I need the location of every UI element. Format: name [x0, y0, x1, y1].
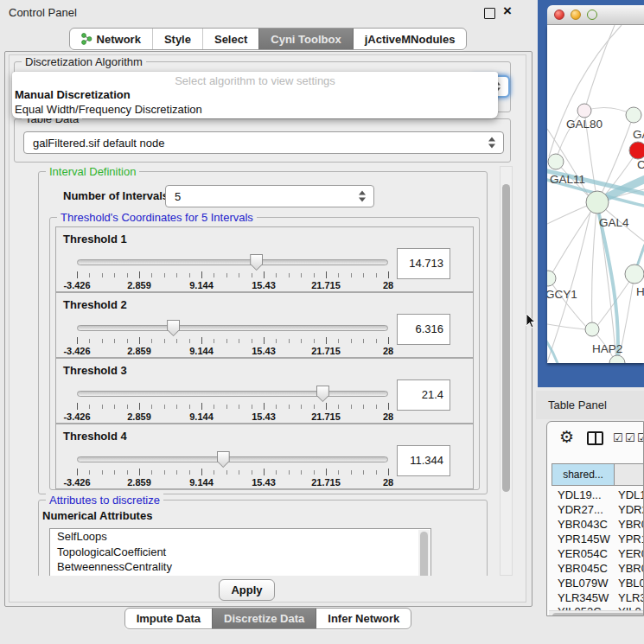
table-data-combobox[interactable]: galFiltered.sif default node: [23, 131, 504, 154]
table-cell[interactable]: YDR27...: [558, 503, 603, 516]
node-label: GAL4: [599, 216, 629, 229]
node-gal4[interactable]: [586, 191, 609, 214]
slider-thumb[interactable]: [167, 320, 180, 336]
node-label: HAP2: [592, 342, 622, 355]
slider-thumb[interactable]: [217, 451, 230, 468]
select-all-columns-icon[interactable]: ☑: [625, 433, 635, 443]
network-icon: [81, 33, 92, 45]
node-label: GCY1: [547, 288, 577, 301]
threshold-4-value-field[interactable]: 11.344: [397, 445, 450, 476]
tick-label: 28: [383, 477, 393, 488]
table-cell[interactable]: YDR2: [618, 503, 644, 516]
gear-icon[interactable]: ⚙: [559, 427, 574, 446]
tab-cyni-toolbox[interactable]: Cyni Toolbox: [258, 29, 352, 49]
number-of-intervals-combobox[interactable]: 5: [165, 185, 374, 207]
tick-label: 21.715: [311, 411, 341, 422]
slider-thumb[interactable]: [250, 254, 263, 271]
table-cell[interactable]: YBL079W: [558, 577, 609, 590]
slider-track[interactable]: [77, 456, 388, 462]
table-horizontal-scrollbar[interactable]: [549, 610, 643, 616]
tick-label: 9.144: [189, 411, 214, 422]
node-label-clipped: GA: [633, 128, 644, 141]
apply-button[interactable]: Apply: [219, 579, 275, 601]
threshold-2-value-field[interactable]: 6.316: [397, 314, 450, 345]
close-traffic-light-icon[interactable]: [554, 10, 564, 20]
node-top-right[interactable]: [626, 107, 641, 123]
threshold-3-value-field[interactable]: 21.4: [397, 379, 450, 411]
dropdown-option-equal-width[interactable]: Equal Width/Frequency Discretization: [15, 103, 202, 116]
scrollbar-thumb[interactable]: [552, 613, 644, 616]
settings-scroll-viewport: Interval Definition Number of Intervals …: [10, 166, 499, 576]
list-scrollbar[interactable]: [418, 530, 430, 576]
table-cell[interactable]: YLR345W: [558, 591, 609, 604]
list-item[interactable]: SelfLoops: [50, 529, 430, 545]
tab-discretize-data[interactable]: Discretize Data: [212, 609, 316, 628]
table-cell[interactable]: YDL19...: [558, 488, 602, 501]
minimize-traffic-light-icon[interactable]: [571, 10, 581, 20]
threshold-1-value-field[interactable]: 14.713: [397, 248, 450, 279]
column-header-name[interactable]: na: [614, 463, 644, 486]
slider-track[interactable]: [77, 391, 388, 397]
list-item[interactable]: TopologicalCoefficient: [50, 545, 430, 560]
tab-network[interactable]: Network: [70, 29, 152, 49]
settings-scrollbar[interactable]: [500, 166, 513, 576]
table-cell[interactable]: YLR3: [618, 591, 644, 604]
network-canvas[interactable]: GAL80 GAL11 GAL4 GCY1 HAP2 GA C H: [547, 25, 644, 363]
slider-minor-ticks: [77, 339, 389, 343]
tab-select[interactable]: Select: [202, 29, 258, 49]
table-cell[interactable]: YBL0: [618, 577, 644, 590]
node-h[interactable]: [625, 265, 644, 284]
table-cell[interactable]: YER054C: [558, 547, 608, 560]
scrollbar-thumb[interactable]: [502, 184, 510, 492]
network-graph: GAL80 GAL11 GAL4 GCY1 HAP2 GA C H: [547, 25, 644, 363]
tick-label: 15.43: [252, 280, 276, 290]
checkbox-icon[interactable]: ☑: [637, 433, 644, 443]
tick-label: -3.426: [63, 280, 90, 290]
tick-label: 15.43: [252, 477, 276, 488]
node-hap2[interactable]: [585, 322, 599, 336]
threshold-1-slider[interactable]: -3.426 2.859 9.144 15.43 21.715 28: [77, 255, 388, 291]
tab-infer-network[interactable]: Infer Network: [316, 609, 411, 628]
list-item[interactable]: BetweennessCentrality: [50, 559, 430, 575]
slider-track[interactable]: [77, 325, 388, 331]
node-gcy1[interactable]: [547, 271, 556, 286]
float-window-icon[interactable]: [484, 8, 495, 19]
node-bottom[interactable]: [609, 355, 625, 363]
node-gal11[interactable]: [548, 154, 564, 169]
table-cell[interactable]: YDL1: [618, 488, 644, 501]
slider-track[interactable]: [77, 259, 388, 265]
threshold-4-label: Threshold 4: [63, 430, 127, 443]
node-label-clipped: H: [636, 285, 644, 298]
table-cell[interactable]: YBR045C: [558, 562, 608, 575]
numerical-attributes-list[interactable]: SelfLoops TopologicalCoefficient Between…: [49, 528, 431, 576]
zoom-traffic-light-icon[interactable]: [587, 10, 597, 20]
node-gal80[interactable]: [577, 104, 591, 118]
column-header-shared[interactable]: shared...: [552, 463, 615, 486]
table-panel-header: Table Panel: [536, 391, 644, 419]
slider-thumb[interactable]: [316, 386, 329, 402]
dropdown-option-manual[interactable]: Manual Discretization: [15, 88, 131, 101]
table-cell[interactable]: YBR0: [618, 518, 644, 531]
tab-impute-data[interactable]: Impute Data: [125, 609, 212, 628]
threshold-coordinates-group: Threshold's Coordinates for 5 Intervals …: [49, 217, 480, 490]
table-cell[interactable]: YPR1: [618, 532, 644, 545]
table-cell[interactable]: YER0: [618, 547, 644, 560]
threshold-3-slider[interactable]: -3.426 2.859 9.144 15.43 21.715 28: [77, 386, 388, 423]
close-icon[interactable]: ×: [503, 3, 512, 20]
tab-jactivemodules[interactable]: jActiveMNodules: [353, 29, 467, 49]
split-view-icon[interactable]: [587, 431, 603, 445]
threshold-coordinates-group-label: Threshold's Coordinates for 5 Intervals: [57, 211, 257, 224]
threshold-4-slider[interactable]: -3.426 2.859 9.144 15.43 21.715 28: [77, 452, 388, 488]
threshold-2-panel: Threshold 2 -3.426 2.859 9.144 15.43 21.…: [55, 292, 474, 358]
mouse-cursor: [526, 313, 537, 329]
threshold-2-slider[interactable]: -3.426 2.859 9.144 15.43 21.715 28: [77, 321, 388, 357]
table-cell[interactable]: YPR145W: [558, 532, 610, 545]
select-columns-icon[interactable]: ☑: [613, 433, 623, 443]
combo-arrows-icon: [359, 191, 366, 202]
tab-style[interactable]: Style: [152, 29, 202, 49]
table-cell[interactable]: YBR0: [618, 562, 644, 575]
node-red-selected[interactable]: [629, 142, 644, 159]
table-cell[interactable]: YBR043C: [558, 518, 608, 531]
number-of-intervals-value: 5: [175, 190, 181, 203]
numerical-attributes-label: Numerical Attributes: [42, 509, 152, 522]
